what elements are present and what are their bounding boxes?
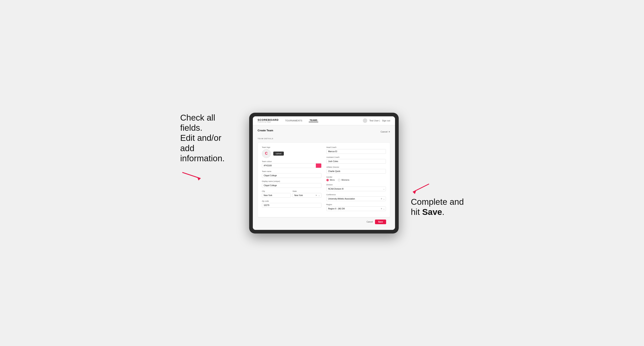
city-state-row: City State New York ✕ xyxy=(262,190,322,198)
display-name-label: Display name (unique) xyxy=(262,180,322,182)
division-group: Division NCAA Division III ⌄ xyxy=(326,184,386,191)
state-group: State New York ✕ xyxy=(292,190,322,198)
team-colour-group: Team colour xyxy=(262,161,322,168)
gender-mens-label: Mens xyxy=(330,179,335,181)
team-logo-group: Team logo C Upload xyxy=(262,146,322,158)
form-area: Team logo C Upload Team colo xyxy=(258,143,390,217)
zip-group: Zip code xyxy=(262,200,322,208)
state-select-wrapper: New York ✕ xyxy=(292,193,322,198)
division-label: Division xyxy=(326,184,386,186)
colour-swatch[interactable] xyxy=(316,163,322,168)
athletic-dir-group: Athletic Director xyxy=(326,166,386,173)
division-select-wrapper: NCAA Division III ⌄ xyxy=(326,186,386,191)
upload-button[interactable]: Upload xyxy=(273,152,284,156)
team-colour-label: Team colour xyxy=(262,161,322,163)
svg-line-2 xyxy=(413,184,429,192)
left-arrow-icon xyxy=(180,168,204,180)
tablet-screen: SCOREBOARD Powered by clippd TOURNAMENTS… xyxy=(253,116,395,230)
team-name-label: Team name xyxy=(262,170,322,173)
conference-label: Conference xyxy=(326,194,386,196)
logo-sub: Powered by clippd xyxy=(258,121,279,123)
navbar-left: SCOREBOARD Powered by clippd TOURNAMENTS… xyxy=(258,119,318,123)
division-select[interactable]: NCAA Division III xyxy=(326,186,386,191)
right-arrow-icon xyxy=(411,182,431,194)
section-label: TEAM DETAILS xyxy=(258,138,390,140)
city-group: City xyxy=(262,190,291,198)
form-col-right: Head Coach Assistant Coach Athletic Dire… xyxy=(326,146,386,213)
sign-out-link[interactable]: Sign out xyxy=(382,119,390,122)
cancel-row: Create Team Cancel ✕ xyxy=(258,129,390,135)
navbar-right: Test User | Sign out xyxy=(363,118,390,123)
close-icon: ✕ xyxy=(388,131,390,133)
display-name-input[interactable] xyxy=(262,183,322,188)
gender-womens-option[interactable]: Womens xyxy=(338,179,349,181)
footer-cancel-button[interactable]: Cancel xyxy=(367,221,373,223)
athletic-dir-label: Athletic Director xyxy=(326,166,386,168)
conference-clear-icon[interactable]: ✕ xyxy=(381,198,382,200)
logo-text: SCOREBOARD xyxy=(258,119,279,121)
region-group: Region Region II - (M) DIII ✕ ⌄ xyxy=(326,203,386,211)
gender-mens-option[interactable]: Mens xyxy=(326,179,335,181)
state-label: State xyxy=(292,190,322,192)
top-cancel-button[interactable]: Cancel ✕ xyxy=(381,131,390,133)
team-logo-label: Team logo xyxy=(262,146,322,148)
gender-label: Gender xyxy=(326,176,386,178)
gender-womens-radio[interactable] xyxy=(338,179,340,181)
save-button[interactable]: Save xyxy=(375,219,386,224)
form-footer: Cancel Save xyxy=(258,217,390,226)
head-coach-label: Head Coach xyxy=(326,146,386,148)
asst-coach-input[interactable] xyxy=(326,159,386,164)
nav-teams[interactable]: TEAMS xyxy=(309,119,318,122)
asst-coach-group: Assistant Coach xyxy=(326,156,386,164)
asst-coach-label: Assistant Coach xyxy=(326,156,386,158)
city-label: City xyxy=(262,190,291,192)
logo-circle: C xyxy=(262,149,271,158)
state-clear-icon[interactable]: ✕ xyxy=(316,194,317,196)
gender-womens-label: Womens xyxy=(341,179,349,181)
page-title: Create Team xyxy=(258,129,273,132)
region-clear-icon[interactable]: ✕ xyxy=(381,208,382,210)
region-select-wrapper: Region II - (M) DIII ✕ ⌄ xyxy=(326,206,386,211)
gender-radio-group: Mens Womens xyxy=(326,179,386,181)
conference-group: Conference University Athletic Associati… xyxy=(326,194,386,201)
region-select[interactable]: Region II - (M) DIII xyxy=(326,206,386,211)
zip-label: Zip code xyxy=(262,200,322,202)
conference-select[interactable]: University Athletic Association xyxy=(326,196,386,201)
main-content: Create Team Cancel ✕ TEAM DETAILS xyxy=(253,125,395,230)
display-name-group: Display name (unique) xyxy=(262,180,322,188)
team-name-group: Team name xyxy=(262,170,322,178)
athletic-dir-input[interactable] xyxy=(326,169,386,173)
gender-group: Gender Mens Womens xyxy=(326,176,386,181)
head-coach-input[interactable] xyxy=(326,149,386,154)
annotation-left-text: Check all fields. Edit and/or add inform… xyxy=(180,113,237,164)
form-two-col: Team logo C Upload Team colo xyxy=(262,146,386,213)
logo-upload-row: C Upload xyxy=(262,149,322,158)
annotation-right: Complete and hit Save. xyxy=(411,182,464,217)
conference-select-wrapper: University Athletic Association ✕ ⌄ xyxy=(326,196,386,201)
head-coach-group: Head Coach xyxy=(326,146,386,154)
state-select[interactable]: New York xyxy=(292,193,322,198)
navbar: SCOREBOARD Powered by clippd TOURNAMENTS… xyxy=(253,116,395,125)
annotation-right-text: Complete and hit Save. xyxy=(411,197,464,217)
city-input[interactable] xyxy=(262,193,291,198)
colour-text-input[interactable] xyxy=(262,163,316,168)
form-col-left: Team logo C Upload Team colo xyxy=(262,146,322,213)
team-name-input[interactable] xyxy=(262,173,322,178)
annotation-left: Check all fields. Edit and/or add inform… xyxy=(180,113,237,181)
colour-input-row xyxy=(262,163,322,168)
gender-mens-radio[interactable] xyxy=(326,179,329,181)
zip-input[interactable] xyxy=(262,203,322,208)
region-label: Region xyxy=(326,203,386,205)
tablet-frame: SCOREBOARD Powered by clippd TOURNAMENTS… xyxy=(249,113,399,233)
user-label: Test User | xyxy=(369,119,380,122)
user-avatar xyxy=(363,118,367,123)
logo-area: SCOREBOARD Powered by clippd xyxy=(258,119,279,123)
nav-tournaments[interactable]: TOURNAMENTS xyxy=(284,119,303,122)
